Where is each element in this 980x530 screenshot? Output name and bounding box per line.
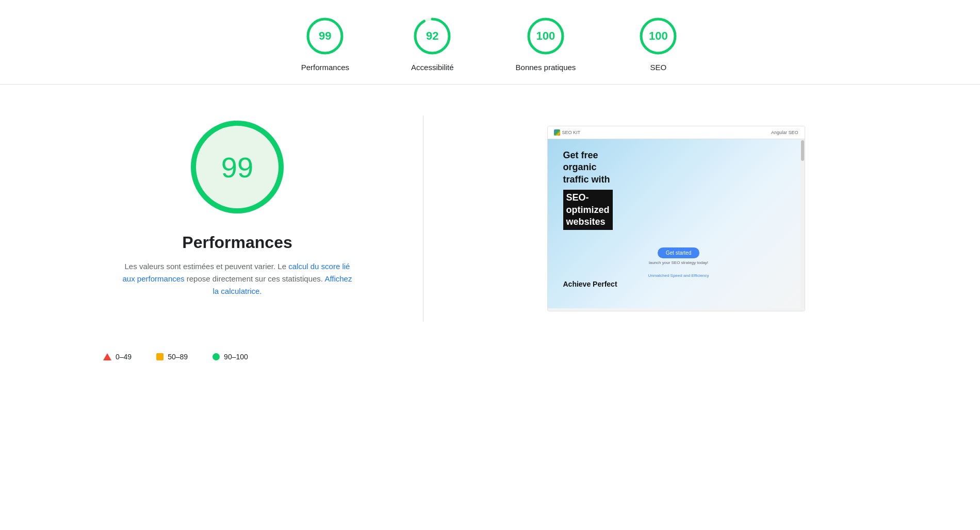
preview-cta-subtext: launch your SEO strategy today! xyxy=(649,260,708,265)
score-label-bonnes-pratiques: Bonnes pratiques xyxy=(516,63,576,72)
preview-top-right: Angular SEO xyxy=(771,130,798,135)
headline-black1: SEO- xyxy=(566,192,589,203)
score-value-seo: 100 xyxy=(649,29,668,43)
headline-black2: optimized xyxy=(566,205,610,215)
preview-inner: SEO KIT Angular SEO Get free organic tra… xyxy=(548,126,805,311)
score-label-accessibilite: Accessibilité xyxy=(411,63,454,72)
circle-icon xyxy=(213,353,220,360)
perf-description: Les valeurs sont estimées et peuvent var… xyxy=(119,260,356,297)
scores-bar: 99 Performances 92 Accessibilité 100 Bon… xyxy=(0,0,980,85)
preview-body: Get free organic traffic with SEO- optim… xyxy=(548,139,805,308)
preview-bottom-headline: Achieve Perfect xyxy=(563,280,794,288)
preview-cta-area: Get started launch your SEO strategy tod… xyxy=(563,247,794,265)
score-label-seo: SEO xyxy=(650,63,666,72)
legend-item-mid: 50–89 xyxy=(156,353,188,361)
legend-item-low: 0–49 xyxy=(103,353,132,361)
preview-logo-icon xyxy=(554,129,560,136)
preview-black-box: SEO- optimized websites xyxy=(563,190,613,230)
preview-scrollbar-thumb xyxy=(801,140,804,161)
vertical-divider xyxy=(423,115,423,322)
preview-cta-button[interactable]: Get started xyxy=(658,247,699,258)
preview-headline: Get free organic traffic with xyxy=(563,150,794,186)
square-icon xyxy=(156,353,164,360)
preview-logo: SEO KIT xyxy=(554,129,581,136)
headline3: traffic with xyxy=(563,174,610,185)
website-preview: SEO KIT Angular SEO Get free organic tra… xyxy=(547,126,805,311)
legend-range-low: 0–49 xyxy=(116,353,132,361)
headline2: organic xyxy=(563,162,597,172)
score-value-bonnes-pratiques: 100 xyxy=(536,29,556,43)
score-item-bonnes-pratiques: 100 Bonnes pratiques xyxy=(516,15,576,72)
right-panel: SEO KIT Angular SEO Get free organic tra… xyxy=(475,115,877,311)
score-value-accessibilite: 92 xyxy=(426,29,438,43)
preview-scrollbar xyxy=(801,139,805,308)
preview-header: SEO KIT Angular SEO xyxy=(548,126,805,139)
score-label-performances: Performances xyxy=(301,63,349,72)
score-circle-performances: 99 xyxy=(304,15,346,57)
legend-range-high: 90–100 xyxy=(224,353,248,361)
legend-item-high: 90–100 xyxy=(213,353,248,361)
score-circle-accessibilite: 92 xyxy=(412,15,453,57)
big-score-circle: 99 xyxy=(186,115,289,219)
preview-text: Get free organic traffic with SEO- optim… xyxy=(563,150,794,288)
left-panel: 99 Performances Les valeurs sont estimée… xyxy=(103,115,371,297)
big-score-value: 99 xyxy=(221,151,253,184)
link-calcul-score[interactable]: calcul du score lié aux performances xyxy=(123,262,350,283)
big-score-title: Performances xyxy=(182,233,292,252)
triangle-icon xyxy=(103,353,111,360)
legend-range-mid: 50–89 xyxy=(168,353,188,361)
preview-logo-text: SEO KIT xyxy=(562,130,581,135)
preview-bottom-text: Unmatched Speed and Efficiency xyxy=(563,273,794,278)
legend: 0–49 50–89 90–100 xyxy=(0,342,980,382)
score-value-performances: 99 xyxy=(319,29,331,43)
headline-black3: websites xyxy=(566,217,606,227)
score-item-performances: 99 Performances xyxy=(301,15,349,72)
link-calculatrice[interactable]: Affichez la calculatrice. xyxy=(213,274,352,295)
score-circle-seo: 100 xyxy=(638,15,679,57)
score-item-seo: 100 SEO xyxy=(638,15,679,72)
score-item-accessibilite: 92 Accessibilité xyxy=(411,15,454,72)
score-circle-bonnes-pratiques: 100 xyxy=(525,15,566,57)
main-content: 99 Performances Les valeurs sont estimée… xyxy=(0,85,980,342)
headline1: Get free xyxy=(563,150,598,160)
